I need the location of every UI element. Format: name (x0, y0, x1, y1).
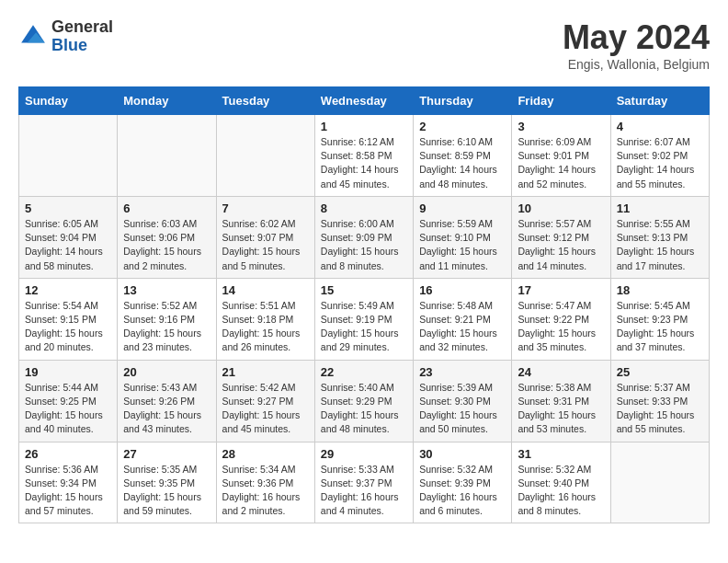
day-info: Sunrise: 5:52 AM Sunset: 9:16 PM Dayligh… (123, 299, 210, 355)
day-info: Sunrise: 5:44 AM Sunset: 9:25 PM Dayligh… (25, 381, 111, 437)
day-number: 28 (222, 447, 309, 461)
calendar-title: May 2024 (563, 18, 710, 57)
logo-text: General Blue (51, 18, 113, 55)
day-info: Sunrise: 5:33 AM Sunset: 9:37 PM Dayligh… (321, 463, 407, 519)
day-info: Sunrise: 5:47 AM Sunset: 9:22 PM Dayligh… (518, 299, 604, 355)
day-info: Sunrise: 6:07 AM Sunset: 9:02 PM Dayligh… (617, 135, 703, 191)
header-monday: Monday (118, 87, 216, 115)
day-number: 6 (123, 201, 210, 215)
calendar-cell: 18Sunrise: 5:45 AM Sunset: 9:23 PM Dayli… (610, 278, 709, 360)
day-number: 23 (419, 365, 506, 379)
day-number: 14 (222, 283, 309, 297)
day-info: Sunrise: 5:32 AM Sunset: 9:39 PM Dayligh… (419, 463, 506, 519)
calendar-cell: 20Sunrise: 5:43 AM Sunset: 9:26 PM Dayli… (118, 360, 216, 442)
day-info: Sunrise: 5:35 AM Sunset: 9:35 PM Dayligh… (123, 463, 210, 519)
day-number: 20 (123, 365, 210, 379)
day-number: 11 (617, 201, 703, 215)
day-number: 12 (25, 283, 111, 297)
logo-icon (18, 22, 48, 52)
calendar-cell: 28Sunrise: 5:34 AM Sunset: 9:36 PM Dayli… (216, 442, 314, 523)
calendar-cell: 4Sunrise: 6:07 AM Sunset: 9:02 PM Daylig… (610, 115, 709, 197)
logo-general: General (51, 18, 113, 37)
calendar-cell: 26Sunrise: 5:36 AM Sunset: 9:34 PM Dayli… (19, 442, 118, 523)
day-number: 10 (518, 201, 604, 215)
calendar-cell: 5Sunrise: 6:05 AM Sunset: 9:04 PM Daylig… (19, 196, 118, 278)
calendar-week-row: 1Sunrise: 6:12 AM Sunset: 8:58 PM Daylig… (19, 115, 710, 197)
day-number: 3 (518, 120, 604, 133)
calendar-cell: 8Sunrise: 6:00 AM Sunset: 9:09 PM Daylig… (314, 196, 413, 278)
day-info: Sunrise: 5:45 AM Sunset: 9:23 PM Dayligh… (617, 299, 703, 355)
day-number: 27 (123, 447, 210, 461)
day-info: Sunrise: 5:55 AM Sunset: 9:13 PM Dayligh… (617, 217, 703, 273)
day-info: Sunrise: 5:54 AM Sunset: 9:15 PM Dayligh… (25, 299, 111, 355)
title-block: May 2024 Engis, Wallonia, Belgium (563, 18, 710, 72)
calendar-cell: 31Sunrise: 5:32 AM Sunset: 9:40 PM Dayli… (512, 442, 610, 523)
day-info: Sunrise: 5:43 AM Sunset: 9:26 PM Dayligh… (123, 381, 210, 437)
day-number: 13 (123, 283, 210, 297)
calendar-cell: 9Sunrise: 5:59 AM Sunset: 9:10 PM Daylig… (414, 196, 512, 278)
header-friday: Friday (512, 87, 610, 115)
calendar-cell: 3Sunrise: 6:09 AM Sunset: 9:01 PM Daylig… (512, 115, 610, 197)
day-info: Sunrise: 6:09 AM Sunset: 9:01 PM Dayligh… (518, 135, 604, 191)
header-sunday: Sunday (19, 87, 118, 115)
header-saturday: Saturday (610, 87, 709, 115)
day-number: 9 (419, 201, 506, 215)
logo-blue: Blue (51, 37, 113, 55)
calendar-cell: 6Sunrise: 6:03 AM Sunset: 9:06 PM Daylig… (118, 196, 216, 278)
calendar-week-row: 19Sunrise: 5:44 AM Sunset: 9:25 PM Dayli… (19, 360, 710, 442)
day-number: 18 (617, 283, 703, 297)
day-info: Sunrise: 5:51 AM Sunset: 9:18 PM Dayligh… (222, 299, 309, 355)
day-info: Sunrise: 5:59 AM Sunset: 9:10 PM Dayligh… (419, 217, 506, 273)
day-number: 21 (222, 365, 309, 379)
page-header: General Blue May 2024 Engis, Wallonia, B… (18, 18, 710, 72)
day-number: 16 (419, 283, 506, 297)
calendar-cell: 21Sunrise: 5:42 AM Sunset: 9:27 PM Dayli… (216, 360, 314, 442)
day-info: Sunrise: 5:57 AM Sunset: 9:12 PM Dayligh… (518, 217, 604, 273)
day-number: 19 (25, 365, 111, 379)
calendar-header-row: SundayMondayTuesdayWednesdayThursdayFrid… (19, 87, 710, 115)
day-number: 30 (419, 447, 506, 461)
day-info: Sunrise: 6:05 AM Sunset: 9:04 PM Dayligh… (25, 217, 111, 273)
day-number: 17 (518, 283, 604, 297)
header-thursday: Thursday (414, 87, 512, 115)
calendar-cell: 27Sunrise: 5:35 AM Sunset: 9:35 PM Dayli… (118, 442, 216, 523)
day-number: 31 (518, 447, 604, 461)
calendar-cell: 17Sunrise: 5:47 AM Sunset: 9:22 PM Dayli… (512, 278, 610, 360)
day-info: Sunrise: 5:49 AM Sunset: 9:19 PM Dayligh… (321, 299, 407, 355)
day-number: 5 (25, 201, 111, 215)
day-number: 24 (518, 365, 604, 379)
calendar-cell: 7Sunrise: 6:02 AM Sunset: 9:07 PM Daylig… (216, 196, 314, 278)
day-info: Sunrise: 6:00 AM Sunset: 9:09 PM Dayligh… (321, 217, 407, 273)
day-number: 29 (321, 447, 407, 461)
day-info: Sunrise: 6:10 AM Sunset: 8:59 PM Dayligh… (419, 135, 506, 191)
day-info: Sunrise: 5:37 AM Sunset: 9:33 PM Dayligh… (617, 381, 703, 437)
calendar-cell: 11Sunrise: 5:55 AM Sunset: 9:13 PM Dayli… (610, 196, 709, 278)
calendar-week-row: 26Sunrise: 5:36 AM Sunset: 9:34 PM Dayli… (19, 442, 710, 523)
calendar-cell: 23Sunrise: 5:39 AM Sunset: 9:30 PM Dayli… (414, 360, 512, 442)
day-info: Sunrise: 5:32 AM Sunset: 9:40 PM Dayligh… (518, 463, 604, 519)
calendar-cell: 10Sunrise: 5:57 AM Sunset: 9:12 PM Dayli… (512, 196, 610, 278)
calendar-cell: 1Sunrise: 6:12 AM Sunset: 8:58 PM Daylig… (314, 115, 413, 197)
day-number: 8 (321, 201, 407, 215)
day-number: 1 (321, 120, 407, 133)
header-tuesday: Tuesday (216, 87, 314, 115)
logo: General Blue (18, 18, 113, 55)
calendar-cell (610, 442, 709, 523)
calendar-cell: 14Sunrise: 5:51 AM Sunset: 9:18 PM Dayli… (216, 278, 314, 360)
day-number: 7 (222, 201, 309, 215)
day-info: Sunrise: 5:48 AM Sunset: 9:21 PM Dayligh… (419, 299, 506, 355)
day-info: Sunrise: 5:34 AM Sunset: 9:36 PM Dayligh… (222, 463, 309, 519)
day-number: 4 (617, 120, 703, 133)
calendar-cell: 25Sunrise: 5:37 AM Sunset: 9:33 PM Dayli… (610, 360, 709, 442)
calendar-cell: 19Sunrise: 5:44 AM Sunset: 9:25 PM Dayli… (19, 360, 118, 442)
calendar-table: SundayMondayTuesdayWednesdayThursdayFrid… (18, 86, 710, 523)
calendar-cell (19, 115, 118, 197)
calendar-cell: 22Sunrise: 5:40 AM Sunset: 9:29 PM Dayli… (314, 360, 413, 442)
day-number: 22 (321, 365, 407, 379)
calendar-cell: 16Sunrise: 5:48 AM Sunset: 9:21 PM Dayli… (414, 278, 512, 360)
calendar-subtitle: Engis, Wallonia, Belgium (563, 57, 710, 72)
header-wednesday: Wednesday (314, 87, 413, 115)
day-info: Sunrise: 6:03 AM Sunset: 9:06 PM Dayligh… (123, 217, 210, 273)
day-number: 26 (25, 447, 111, 461)
calendar-cell (118, 115, 216, 197)
